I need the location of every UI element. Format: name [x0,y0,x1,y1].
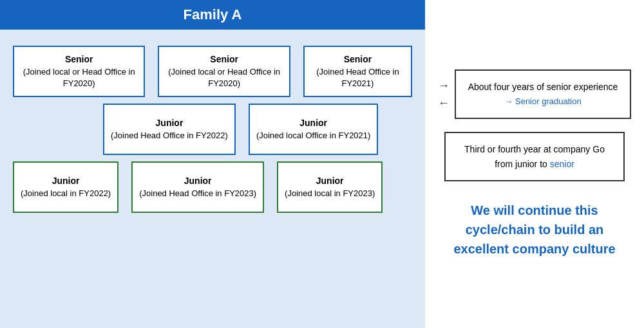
arrows-container: → ← [438,79,450,110]
box-senior-1: Senior (Joined local or Head Office in F… [13,46,145,97]
info-box-2-main: Third or fourth year at company Go from … [464,144,605,169]
row-1: Senior (Joined local or Head Office in F… [13,46,412,97]
info-box-2: Third or fourth year at company Go from … [444,132,625,181]
box-senior-3: Senior (Joined Head Office in FY2021) [303,46,412,97]
box-junior-3-title: Junior [52,175,80,188]
box-junior-1-subtitle: (Joined Head Office in FY2022) [111,130,228,141]
info-box-1-link: → Senior graduation [504,96,581,106]
box-junior-1-title: Junior [156,117,184,130]
box-senior-1-subtitle: (Joined local or Head Office in FY2020) [21,66,137,89]
right-panel: → ← About four years of senior experienc… [425,0,644,328]
box-junior-2-subtitle: (Joined local Office in FY2021) [256,130,371,141]
box-junior-5-title: Junior [316,175,344,188]
box-junior-3: Junior (Joined local in FY2022) [13,161,118,213]
box-senior-2: Senior (Joined local or Head Office in F… [158,46,290,97]
page-container: Family A Senior (Joined local or Head Of… [0,0,644,328]
box-junior-5-subtitle: (Joined local in FY2023) [285,188,375,199]
row-2: Junior (Joined Head Office in FY2022) Ju… [103,104,412,155]
info-box-2-link: senior [550,159,574,169]
box-junior-4-subtitle: (Joined Head Office in FY2023) [139,188,256,199]
diagram-area: Senior (Joined local or Head Office in F… [0,30,425,328]
info-box-1: About four years of senior experience → … [455,69,631,119]
box-senior-3-subtitle: (Joined Head Office in FY2021) [311,66,404,89]
arrow-left-icon: ← [438,96,450,110]
box-junior-3-subtitle: (Joined local in FY2022) [21,188,111,199]
row-3: Junior (Joined local in FY2022) Junior (… [13,161,412,213]
info-box-1-container: → ← About four years of senior experienc… [438,69,631,119]
box-senior-3-title: Senior [344,53,372,66]
box-senior-2-subtitle: (Joined local or Head Office in FY2020) [166,66,282,89]
title: Family A [184,6,242,23]
arrow-right-icon: → [438,79,450,93]
box-senior-2-title: Senior [210,53,238,66]
box-junior-2: Junior (Joined local Office in FY2021) [249,104,379,155]
box-junior-1: Junior (Joined Head Office in FY2022) [103,104,236,155]
box-junior-2-title: Junior [299,117,327,130]
info-box-1-main: About four years of senior experience [468,82,618,92]
box-junior-4-title: Junior [184,175,212,188]
header-bar: Family A [0,0,425,30]
cycle-text: We will continue this cycle/chain to bui… [441,201,628,259]
box-junior-4: Junior (Joined Head Office in FY2023) [131,161,264,213]
box-senior-1-title: Senior [65,53,93,66]
left-panel: Family A Senior (Joined local or Head Of… [0,0,425,328]
box-junior-5: Junior (Joined local in FY2023) [277,161,383,213]
